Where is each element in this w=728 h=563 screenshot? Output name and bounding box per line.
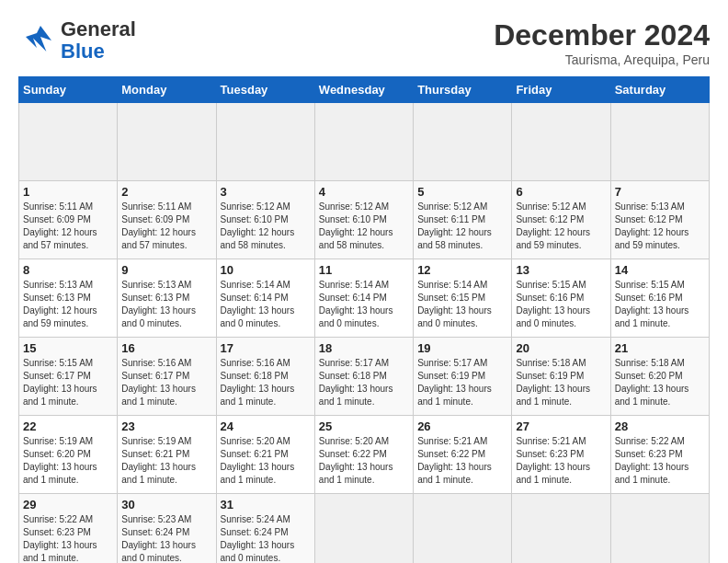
day-number: 11 — [319, 263, 409, 277]
calendar-cell: 2Sunrise: 5:11 AM Sunset: 6:09 PM Daylig… — [118, 181, 216, 259]
day-detail: Sunrise: 5:19 AM Sunset: 6:21 PM Dayligh… — [121, 435, 211, 487]
day-detail: Sunrise: 5:20 AM Sunset: 6:22 PM Dayligh… — [319, 435, 409, 487]
day-detail: Sunrise: 5:18 AM Sunset: 6:19 PM Dayligh… — [516, 357, 606, 408]
day-number: 25 — [319, 419, 409, 433]
calendar-cell: 23Sunrise: 5:19 AM Sunset: 6:21 PM Dayli… — [118, 416, 216, 494]
day-detail: Sunrise: 5:13 AM Sunset: 6:12 PM Dayligh… — [615, 201, 705, 252]
day-number: 24 — [221, 419, 311, 433]
day-number: 1 — [23, 185, 113, 199]
day-number: 18 — [319, 341, 409, 355]
day-detail: Sunrise: 5:12 AM Sunset: 6:11 PM Dayligh… — [417, 201, 507, 252]
week-row-5: 29Sunrise: 5:22 AM Sunset: 6:23 PM Dayli… — [19, 494, 710, 564]
logo-icon — [18, 22, 55, 59]
calendar-cell: 25Sunrise: 5:20 AM Sunset: 6:22 PM Dayli… — [314, 416, 413, 494]
day-detail: Sunrise: 5:11 AM Sunset: 6:09 PM Dayligh… — [121, 201, 211, 252]
day-number: 30 — [121, 498, 211, 511]
day-number: 13 — [516, 263, 606, 277]
day-detail: Sunrise: 5:21 AM Sunset: 6:22 PM Dayligh… — [417, 435, 507, 487]
calendar-cell — [314, 103, 413, 181]
calendar-cell — [314, 494, 413, 564]
calendar-cell: 8Sunrise: 5:13 AM Sunset: 6:13 PM Daylig… — [19, 259, 118, 338]
col-header-saturday: Saturday — [610, 77, 709, 103]
day-number: 29 — [23, 498, 113, 511]
calendar-cell: 20Sunrise: 5:18 AM Sunset: 6:19 PM Dayli… — [512, 338, 610, 416]
day-detail: Sunrise: 5:15 AM Sunset: 6:16 PM Dayligh… — [516, 279, 606, 330]
day-detail: Sunrise: 5:13 AM Sunset: 6:13 PM Dayligh… — [121, 279, 211, 330]
calendar-cell — [610, 494, 709, 564]
day-detail: Sunrise: 5:23 AM Sunset: 6:24 PM Dayligh… — [121, 513, 211, 563]
calendar-cell: 27Sunrise: 5:21 AM Sunset: 6:23 PM Dayli… — [512, 416, 610, 494]
logo-general: General — [61, 17, 136, 40]
week-row-3: 15Sunrise: 5:15 AM Sunset: 6:17 PM Dayli… — [19, 338, 710, 416]
calendar-cell: 11Sunrise: 5:14 AM Sunset: 6:14 PM Dayli… — [314, 259, 413, 338]
day-number: 16 — [121, 341, 211, 355]
week-row-2: 8Sunrise: 5:13 AM Sunset: 6:13 PM Daylig… — [19, 259, 710, 338]
logo: General Blue — [18, 18, 136, 63]
week-row-4: 22Sunrise: 5:19 AM Sunset: 6:20 PM Dayli… — [19, 416, 710, 494]
calendar-cell: 5Sunrise: 5:12 AM Sunset: 6:11 PM Daylig… — [414, 181, 512, 259]
day-detail: Sunrise: 5:18 AM Sunset: 6:20 PM Dayligh… — [615, 357, 705, 408]
day-detail: Sunrise: 5:22 AM Sunset: 6:23 PM Dayligh… — [23, 513, 113, 563]
day-detail: Sunrise: 5:16 AM Sunset: 6:17 PM Dayligh… — [121, 357, 211, 408]
calendar-table: SundayMondayTuesdayWednesdayThursdayFrid… — [18, 76, 710, 563]
calendar-cell: 13Sunrise: 5:15 AM Sunset: 6:16 PM Dayli… — [512, 259, 610, 338]
calendar-cell: 24Sunrise: 5:20 AM Sunset: 6:21 PM Dayli… — [216, 416, 314, 494]
day-detail: Sunrise: 5:12 AM Sunset: 6:10 PM Dayligh… — [221, 201, 311, 252]
day-number: 23 — [121, 419, 211, 433]
calendar-cell: 12Sunrise: 5:14 AM Sunset: 6:15 PM Dayli… — [414, 259, 512, 338]
day-number: 10 — [221, 263, 311, 277]
day-detail: Sunrise: 5:21 AM Sunset: 6:23 PM Dayligh… — [516, 435, 606, 487]
calendar-cell: 18Sunrise: 5:17 AM Sunset: 6:18 PM Dayli… — [314, 338, 413, 416]
day-number: 3 — [221, 185, 311, 199]
day-number: 15 — [23, 341, 113, 355]
week-row-1: 1Sunrise: 5:11 AM Sunset: 6:09 PM Daylig… — [19, 181, 710, 259]
day-number: 8 — [23, 263, 113, 277]
col-header-sunday: Sunday — [19, 77, 118, 103]
calendar-cell: 1Sunrise: 5:11 AM Sunset: 6:09 PM Daylig… — [19, 181, 118, 259]
calendar-cell: 29Sunrise: 5:22 AM Sunset: 6:23 PM Dayli… — [19, 494, 118, 564]
day-detail: Sunrise: 5:14 AM Sunset: 6:15 PM Dayligh… — [417, 279, 507, 330]
calendar-cell: 14Sunrise: 5:15 AM Sunset: 6:16 PM Dayli… — [610, 259, 709, 338]
calendar-cell: 3Sunrise: 5:12 AM Sunset: 6:10 PM Daylig… — [216, 181, 314, 259]
calendar-cell: 19Sunrise: 5:17 AM Sunset: 6:19 PM Dayli… — [414, 338, 512, 416]
day-detail: Sunrise: 5:11 AM Sunset: 6:09 PM Dayligh… — [23, 201, 113, 252]
calendar-header-row: SundayMondayTuesdayWednesdayThursdayFrid… — [19, 77, 710, 103]
day-detail: Sunrise: 5:12 AM Sunset: 6:10 PM Dayligh… — [319, 201, 409, 252]
calendar-cell: 26Sunrise: 5:21 AM Sunset: 6:22 PM Dayli… — [414, 416, 512, 494]
calendar-cell: 4Sunrise: 5:12 AM Sunset: 6:10 PM Daylig… — [314, 181, 413, 259]
day-detail: Sunrise: 5:17 AM Sunset: 6:19 PM Dayligh… — [417, 357, 507, 408]
calendar-cell: 31Sunrise: 5:24 AM Sunset: 6:24 PM Dayli… — [216, 494, 314, 564]
col-header-thursday: Thursday — [414, 77, 512, 103]
day-detail: Sunrise: 5:14 AM Sunset: 6:14 PM Dayligh… — [221, 279, 311, 330]
day-detail: Sunrise: 5:20 AM Sunset: 6:21 PM Dayligh… — [221, 435, 311, 487]
day-number: 6 — [516, 185, 606, 199]
calendar-cell — [118, 103, 216, 181]
day-number: 4 — [319, 185, 409, 199]
day-detail: Sunrise: 5:17 AM Sunset: 6:18 PM Dayligh… — [319, 357, 409, 408]
calendar-cell — [216, 103, 314, 181]
day-detail: Sunrise: 5:15 AM Sunset: 6:17 PM Dayligh… — [23, 357, 113, 408]
day-number: 26 — [417, 419, 507, 433]
calendar-cell — [512, 494, 610, 564]
col-header-monday: Monday — [118, 77, 216, 103]
day-number: 17 — [221, 341, 311, 355]
day-number: 28 — [615, 419, 705, 433]
day-number: 27 — [516, 419, 606, 433]
day-detail: Sunrise: 5:19 AM Sunset: 6:20 PM Dayligh… — [23, 435, 113, 487]
day-number: 22 — [23, 419, 113, 433]
day-number: 12 — [417, 263, 507, 277]
day-number: 20 — [516, 341, 606, 355]
col-header-friday: Friday — [512, 77, 610, 103]
calendar-cell: 28Sunrise: 5:22 AM Sunset: 6:23 PM Dayli… — [610, 416, 709, 494]
calendar-cell: 7Sunrise: 5:13 AM Sunset: 6:12 PM Daylig… — [610, 181, 709, 259]
day-number: 21 — [615, 341, 705, 355]
day-number: 5 — [417, 185, 507, 199]
logo-text: General Blue — [61, 18, 136, 63]
day-detail: Sunrise: 5:15 AM Sunset: 6:16 PM Dayligh… — [615, 279, 705, 330]
calendar-cell — [19, 103, 118, 181]
calendar-cell — [512, 103, 610, 181]
day-number: 14 — [615, 263, 705, 277]
day-number: 9 — [121, 263, 211, 277]
day-number: 7 — [615, 185, 705, 199]
title-block: December 2024 Taurisma, Arequipa, Peru — [494, 18, 710, 67]
